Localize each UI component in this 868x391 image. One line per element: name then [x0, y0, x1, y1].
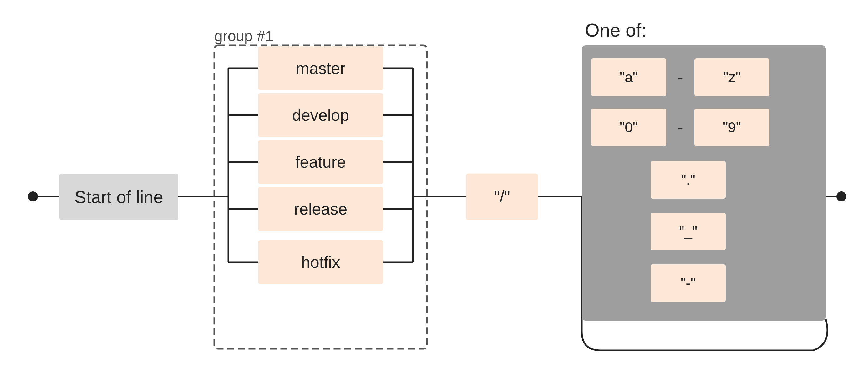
one-of-token-hyphen: "-" — [651, 264, 726, 302]
right-dot — [836, 191, 846, 202]
start-of-line-token: Start of line — [59, 174, 178, 220]
dash-1: - — [668, 59, 693, 96]
branch-token-release: release — [258, 187, 383, 231]
branch-token-master: master — [258, 46, 383, 90]
diagram-container: Start of line group #1 master develop fe… — [0, 0, 868, 391]
one-of-token-9: "9" — [694, 109, 770, 146]
one-of-token-0: "0" — [591, 109, 666, 146]
slash-token: "/" — [466, 174, 538, 220]
dash-2: - — [668, 109, 693, 146]
one-of-label: One of: — [585, 20, 647, 41]
one-of-token-z: "z" — [694, 59, 770, 96]
branch-token-develop: develop — [258, 93, 383, 137]
left-dot — [28, 191, 38, 202]
one-of-token-a: "a" — [591, 59, 666, 96]
one-of-token-dot: "." — [651, 161, 726, 199]
one-of-token-underscore: "_" — [651, 213, 726, 250]
branch-token-hotfix: hotfix — [258, 240, 383, 284]
one-of-box: "a" - "z" "0" - "9" "." "_" "-" — [582, 46, 826, 321]
group-label: group #1 — [214, 28, 274, 45]
branch-token-feature: feature — [258, 140, 383, 184]
